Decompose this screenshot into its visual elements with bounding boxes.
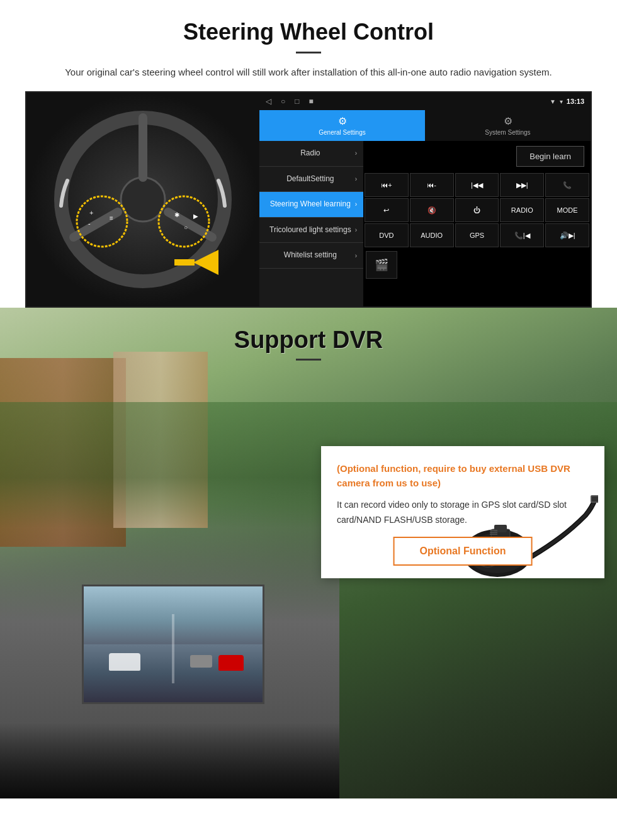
nav-dot-icon: ■ [309, 97, 314, 106]
wifi-icon: ▼ [550, 98, 556, 105]
android-content-area: Radio › DefaultSetting › Steering Wheel … [259, 141, 591, 306]
svg-rect-25 [592, 496, 598, 501]
menu-tricoloured-chevron: › [355, 227, 357, 233]
dvr-section: Support DVR (Optional function, require … [0, 308, 617, 798]
general-settings-icon: ⚙ [338, 115, 347, 127]
menu-whitelist-label: Whitelist setting [266, 250, 355, 260]
dashboard-bg [0, 723, 339, 798]
tab-system-settings[interactable]: ⚙ System Settings [425, 110, 591, 141]
ctrl-dvr[interactable]: 🎬 [366, 251, 397, 279]
steering-title: Steering Wheel Control [25, 19, 592, 45]
svg-text:○: ○ [184, 224, 188, 231]
tab-general-settings[interactable]: ⚙ General Settings [259, 110, 425, 141]
menu-default-chevron: › [355, 176, 357, 182]
svg-text:+: + [89, 209, 93, 216]
menu-item-steering-wheel[interactable]: Steering Wheel learning › [259, 192, 363, 218]
steering-wheel-svg: + - ≡ ✱ ▶ ○ [48, 105, 237, 294]
android-tabs: ⚙ General Settings ⚙ System Settings [259, 110, 591, 141]
tab-system-label: System Settings [485, 129, 530, 136]
dvr-optional-notice: (Optional function, require to buy exter… [337, 462, 589, 490]
steering-subtitle: Your original car's steering wheel contr… [57, 65, 560, 80]
steering-section: Steering Wheel Control Your original car… [0, 0, 617, 308]
signal-icon: ▾ [560, 98, 563, 105]
ctrl-phone[interactable]: 📞 [545, 173, 589, 197]
begin-learn-button[interactable]: Begin learn [516, 146, 584, 167]
dvr-title-divider [296, 359, 321, 361]
settings-menu-list: Radio › DefaultSetting › Steering Wheel … [259, 141, 363, 306]
ctrl-vol-up[interactable]: ⏮+ [365, 173, 409, 197]
ctrl-back[interactable]: ↩ [365, 198, 409, 222]
svg-rect-23 [494, 525, 507, 532]
ctrl-next[interactable]: ▶▶| [500, 173, 544, 197]
dvr-title: Support DVR [0, 327, 617, 354]
begin-learn-row: Begin learn [363, 141, 591, 172]
system-settings-icon: ⚙ [504, 115, 512, 127]
nav-back-icon[interactable]: ◁ [266, 97, 271, 106]
controls-area: Begin learn ⏮+ ⏮- |◀◀ ▶▶| 📞 ↩ 🔇 ⏻ RADIO … [363, 141, 591, 306]
android-mockup: + - ≡ ✱ ▶ ○ ◁ [25, 91, 592, 308]
status-time: 13:13 [567, 98, 584, 105]
dvr-preview-image [82, 585, 264, 704]
svg-text:✱: ✱ [174, 211, 179, 218]
dvr-icon-row: 🎬 [363, 249, 591, 281]
dvr-preview-inner [84, 586, 263, 702]
menu-default-label: DefaultSetting [266, 174, 355, 184]
ctrl-power[interactable]: ⏻ [455, 198, 499, 222]
ctrl-vol-down[interactable]: ⏮- [410, 173, 454, 197]
title-divider [296, 52, 321, 53]
ctrl-gps[interactable]: GPS [455, 223, 499, 247]
menu-item-default-setting[interactable]: DefaultSetting › [259, 167, 363, 193]
svg-rect-14 [174, 259, 195, 266]
optional-function-button[interactable]: Optional Function [393, 537, 533, 566]
controls-grid: ⏮+ ⏮- |◀◀ ▶▶| 📞 ↩ 🔇 ⏻ RADIO MODE DVD AUD… [363, 172, 591, 249]
android-status-bar: ◁ ○ □ ■ ▼ ▾ 13:13 [259, 92, 591, 110]
nav-home-icon[interactable]: ○ [281, 97, 285, 106]
android-nav-bar: ◁ ○ □ ■ [266, 97, 314, 106]
ctrl-phone-next[interactable]: 🔊▶| [545, 223, 589, 247]
menu-item-radio[interactable]: Radio › [259, 141, 363, 167]
ctrl-mode[interactable]: MODE [545, 198, 589, 222]
menu-radio-chevron: › [355, 150, 357, 157]
menu-tricoloured-label: Tricoloured light settings [266, 225, 355, 235]
svg-point-1 [121, 177, 165, 221]
svg-text:-: - [88, 220, 91, 227]
menu-item-whitelist[interactable]: Whitelist setting › [259, 243, 363, 269]
ctrl-mute[interactable]: 🔇 [410, 198, 454, 222]
menu-steering-label: Steering Wheel learning [266, 199, 355, 210]
dvr-title-area: Support DVR [0, 308, 617, 370]
ctrl-prev[interactable]: |◀◀ [455, 173, 499, 197]
svg-text:▶: ▶ [193, 213, 198, 220]
menu-radio-label: Radio [266, 148, 355, 159]
dvr-info-card: (Optional function, require to buy exter… [321, 446, 604, 578]
menu-whitelist-chevron: › [355, 252, 357, 259]
ctrl-dvd[interactable]: DVD [365, 223, 409, 247]
android-settings-panel: ◁ ○ □ ■ ▼ ▾ 13:13 ⚙ General Settings [259, 92, 591, 306]
tab-general-label: General Settings [319, 129, 366, 136]
menu-steering-chevron: › [355, 201, 357, 208]
ctrl-radio[interactable]: RADIO [500, 198, 544, 222]
svg-text:≡: ≡ [110, 215, 113, 221]
ctrl-audio[interactable]: AUDIO [410, 223, 454, 247]
nav-square-icon[interactable]: □ [295, 97, 299, 106]
ctrl-phone-prev[interactable]: 📞|◀ [500, 223, 544, 247]
menu-item-tricoloured[interactable]: Tricoloured light settings › [259, 218, 363, 244]
steering-wheel-image: + - ≡ ✱ ▶ ○ [26, 92, 259, 306]
